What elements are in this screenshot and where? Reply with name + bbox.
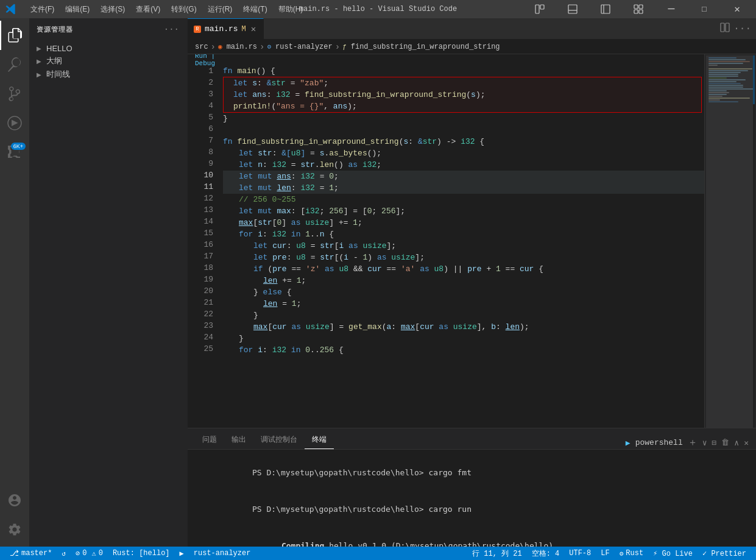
new-terminal-button[interactable]: ＋	[688, 436, 698, 449]
terminal-line-1: PS D:\mysetup\gopath\rustcode\hello> car…	[195, 455, 749, 491]
sidebar-item-timeline[interactable]: ▶ 时间线	[29, 68, 188, 81]
menu-run[interactable]: 运行(R)	[203, 3, 238, 16]
menu-goto[interactable]: 转到(G)	[166, 3, 201, 16]
panel-content[interactable]: PS D:\mysetup\gopath\rustcode\hello> car…	[188, 450, 756, 547]
sidebar-outline-label: 大纲	[46, 55, 62, 66]
maximize-panel-button[interactable]: ∧	[734, 438, 739, 448]
menu-select[interactable]: 选择(S)	[96, 3, 130, 16]
panel-tab-terminal[interactable]: 终端	[305, 431, 334, 449]
titlebar-left: 文件(F) 编辑(E) 选择(S) 查看(V) 转到(G) 运行(R) 终端(T…	[5, 3, 308, 16]
more-tabs-button[interactable]: ···	[733, 23, 751, 34]
breadcrumb-mainrs[interactable]: ◉ main.rs	[218, 43, 257, 51]
explorer-activity-item[interactable]	[0, 21, 29, 50]
statusbar-prettier[interactable]: ✓ Prettier	[698, 547, 751, 560]
extensions-activity-item[interactable]: 6K+	[0, 138, 29, 167]
rust-file-icon-bc: ◉	[218, 43, 222, 51]
line-num-20: 20	[193, 285, 213, 297]
breadcrumb-sep-3: ›	[335, 42, 340, 52]
warning-icon: ⚠	[91, 549, 96, 558]
line-num-11: 11	[193, 181, 213, 193]
line-num-5: 5	[193, 112, 213, 123]
titlebar: 文件(F) 编辑(E) 选择(S) 查看(V) 转到(G) 运行(R) 终端(T…	[0, 0, 756, 18]
panel-tab-debug-console[interactable]: 调试控制台	[253, 431, 305, 449]
statusbar-errors[interactable]: ⊘ 0 ⚠ 0	[71, 547, 108, 560]
statusbar-language[interactable]: ⚙ Rust	[615, 547, 648, 560]
search-activity-item[interactable]	[0, 50, 29, 79]
menu-edit[interactable]: 编辑(E)	[60, 3, 94, 16]
panel-button[interactable]	[559, 0, 587, 18]
minimize-button[interactable]: ─	[657, 0, 685, 18]
close-button[interactable]: ✕	[723, 0, 751, 18]
line-num-6: 6	[193, 123, 213, 135]
statusbar-golive[interactable]: ⚡ Go Live	[648, 547, 698, 560]
layout-button[interactable]	[526, 0, 554, 18]
status-bar: ⎇ master* ↺ ⊘ 0 ⚠ 0 Rust: [hello] ▶ rust…	[0, 547, 756, 560]
sidebar-item-outline[interactable]: ▶ 大纲	[29, 54, 188, 68]
breadcrumb-src-label: src	[195, 43, 208, 51]
close-panel-button[interactable]: ✕	[744, 438, 749, 448]
menu-view[interactable]: 查看(V)	[131, 3, 165, 16]
statusbar-language-icon: ⚙	[620, 550, 624, 558]
sidebar-item-hello[interactable]: ▶ HELLO	[29, 43, 188, 54]
statusbar-rust-analyzer[interactable]: rust-analyzer	[189, 547, 256, 560]
tab-label: main.rs	[205, 24, 238, 34]
panel-tab-problems[interactable]: 问题	[195, 431, 224, 449]
code-line-10: let mut ans: i32 = 0;	[223, 171, 704, 182]
panel-tab-output[interactable]: 输出	[224, 431, 253, 449]
code-line-7: fn find_substring_in_wrapround_string(s:…	[223, 136, 704, 147]
svg-rect-12	[726, 23, 729, 32]
breadcrumb-function[interactable]: ƒ find_substring_in_wrapround_string	[342, 43, 500, 51]
statusbar-line-ending[interactable]: LF	[596, 547, 614, 560]
breadcrumb-rust-analyzer[interactable]: ⚙ rust-analyzer	[267, 43, 332, 51]
svg-rect-6	[634, 5, 638, 9]
main-layout: 6K+ 资源管理器 ··· ▶ HELLO ▶ 大纲	[0, 18, 756, 547]
line-num-12: 12	[193, 193, 213, 204]
tree-arrow-outline: ▶	[37, 58, 46, 65]
svg-rect-0	[535, 5, 539, 13]
statusbar-spaces[interactable]: 空格: 4	[527, 547, 565, 560]
scm-activity-item[interactable]	[0, 79, 29, 108]
maximize-button[interactable]: □	[690, 0, 718, 18]
code-line-24: }	[223, 333, 704, 344]
window-title: main.rs - hello - Visual Studio Code	[299, 5, 457, 13]
svg-rect-4	[601, 5, 610, 13]
tab-main-rs[interactable]: R main.rs M ✕	[188, 18, 264, 40]
statusbar-sync[interactable]: ↺	[57, 547, 71, 560]
git-branch-icon: ⎇	[10, 548, 19, 558]
code-line-11: let mut len: i32 = 1;	[223, 182, 704, 194]
settings-activity-item[interactable]	[0, 515, 29, 544]
statusbar-spaces-label: 空格: 4	[532, 548, 560, 559]
svg-rect-7	[639, 5, 643, 9]
menu-file[interactable]: 文件(F)	[26, 3, 59, 16]
statusbar-run-button[interactable]: ▶	[175, 547, 189, 560]
statusbar-golive-label: ⚡ Go Live	[653, 549, 693, 558]
sidebar-more-button[interactable]: ···	[163, 23, 180, 35]
split-terminal-button[interactable]: ⊟	[712, 438, 717, 448]
code-editor[interactable]: fn main() { let s: &str = "zab"; let ans…	[218, 54, 704, 428]
code-line-13: let mut max: [i32; 256] = [0; 256];	[223, 205, 704, 217]
code-line-16: let cur: u8 = str[i as usize];	[223, 240, 704, 252]
split-editor-button[interactable]	[720, 23, 730, 35]
activitybar-bottom	[0, 486, 29, 544]
run-activity-item[interactable]	[0, 108, 29, 138]
statusbar-position[interactable]: 行 11, 列 21	[467, 547, 527, 560]
delete-terminal-button[interactable]: 🗑	[721, 438, 729, 447]
tab-close-button[interactable]: ✕	[250, 24, 257, 34]
statusbar-rust-status[interactable]: Rust: [hello]	[108, 547, 175, 560]
code-line-25: for i: i32 in 0..256 {	[223, 344, 704, 356]
activity-bar: 6K+	[0, 18, 29, 547]
statusbar-branch[interactable]: ⎇ master*	[5, 547, 57, 560]
panel-tab-bar: 问题 输出 调试控制台 终端 ▶ powershell ＋ ∨ ⊟ 🗑 ∧ ✕	[188, 428, 756, 450]
sidebar-toggle-button[interactable]	[592, 0, 620, 18]
sidebar-tree: ▶ HELLO ▶ 大纲 ▶ 时间线	[29, 40, 188, 83]
multi-layout-button[interactable]	[624, 0, 652, 18]
svg-rect-2	[568, 5, 577, 13]
account-activity-item[interactable]	[0, 486, 29, 515]
line-num-24: 24	[193, 331, 213, 343]
code-line-20: } else {	[223, 286, 704, 298]
statusbar-encoding[interactable]: UTF-8	[564, 547, 596, 560]
menu-terminal[interactable]: 终端(T)	[238, 3, 272, 16]
terminal-dropdown-button[interactable]: ∨	[702, 438, 707, 448]
breadcrumb-src[interactable]: src	[195, 43, 208, 51]
sidebar-actions: ···	[163, 23, 180, 35]
